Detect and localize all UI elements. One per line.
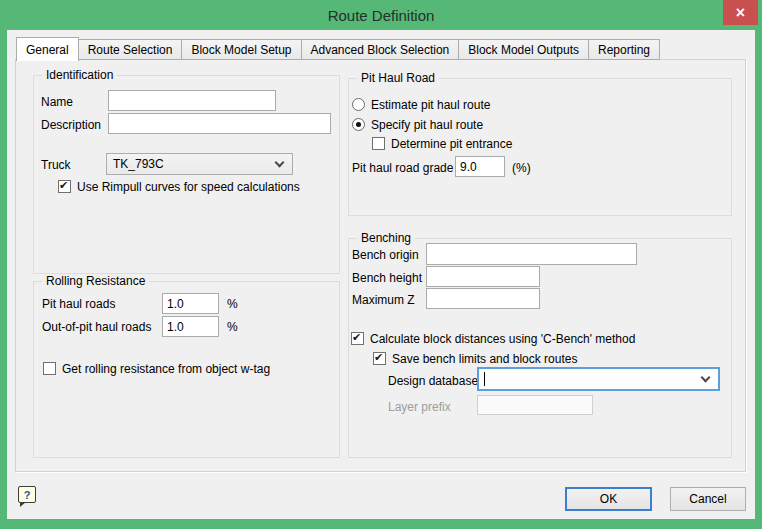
wtag-checkbox[interactable] — [43, 362, 56, 375]
tab-reporting[interactable]: Reporting — [589, 39, 660, 60]
cbench-checkbox[interactable] — [351, 332, 364, 345]
pit-haul-roads-input[interactable] — [162, 293, 219, 314]
estimate-route-radio[interactable] — [352, 98, 365, 111]
tab-block-model-outputs-label: Block Model Outputs — [468, 43, 579, 57]
estimate-route-radio-label[interactable]: Estimate pit haul route — [371, 98, 490, 112]
save-limits-checkbox-label[interactable]: Save bench limits and block routes — [392, 352, 577, 366]
out-of-pit-input[interactable] — [162, 316, 219, 337]
route-definition-dialog: Route Definition × General Route Selecti… — [0, 0, 762, 529]
out-of-pit-label: Out-of-pit haul roads — [42, 320, 151, 334]
pit-haul-road-group-title: Pit Haul Road — [357, 71, 439, 85]
bench-height-label: Bench height — [352, 271, 422, 285]
chevron-down-icon — [702, 374, 710, 382]
close-button[interactable]: × — [723, 0, 758, 25]
cbench-checkbox-label[interactable]: Calculate block distances using 'C-Bench… — [370, 332, 635, 346]
identification-group-title: Identification — [42, 68, 117, 82]
tab-block-model-setup[interactable]: Block Model Setup — [182, 39, 301, 60]
tab-reporting-label: Reporting — [598, 43, 650, 57]
close-icon: × — [736, 4, 745, 22]
tab-general[interactable]: General — [16, 37, 79, 61]
window-title: Route Definition — [328, 7, 435, 24]
maximum-z-input[interactable] — [426, 288, 540, 309]
bench-height-input[interactable] — [426, 266, 540, 287]
design-database-combobox[interactable] — [477, 367, 720, 391]
truck-label: Truck — [41, 158, 71, 172]
grade-input[interactable] — [455, 156, 505, 177]
out-of-pit-unit: % — [227, 320, 238, 334]
tab-block-model-outputs[interactable]: Block Model Outputs — [459, 39, 589, 60]
cancel-button-label: Cancel — [689, 492, 726, 506]
ok-button[interactable]: OK — [565, 487, 652, 511]
tab-block-model-setup-label: Block Model Setup — [191, 43, 291, 57]
wtag-checkbox-label[interactable]: Get rolling resistance from object w-tag — [62, 362, 270, 376]
layer-prefix-input — [477, 395, 593, 415]
description-label: Description — [41, 118, 101, 132]
name-input[interactable] — [108, 90, 276, 111]
help-icon: ? — [24, 489, 31, 501]
maximum-z-label: Maximum Z — [352, 293, 415, 307]
specify-route-radio[interactable] — [352, 118, 365, 131]
save-limits-checkbox[interactable] — [373, 352, 386, 365]
tab-route-selection[interactable]: Route Selection — [79, 39, 183, 60]
text-cursor — [484, 372, 485, 386]
title-bar: Route Definition — [0, 0, 762, 30]
truck-select[interactable]: TK_793C — [106, 153, 293, 175]
description-input[interactable] — [108, 113, 331, 134]
truck-select-value: TK_793C — [113, 157, 164, 171]
pit-haul-roads-label: Pit haul roads — [42, 297, 115, 311]
tab-advanced-block-selection-label: Advanced Block Selection — [311, 43, 450, 57]
specify-route-radio-label[interactable]: Specify pit haul route — [371, 118, 483, 132]
help-button[interactable]: ? — [18, 486, 36, 503]
cancel-button[interactable]: Cancel — [670, 487, 746, 511]
benching-group-title: Benching — [357, 231, 415, 245]
determine-entrance-checkbox-label[interactable]: Determine pit entrance — [391, 137, 512, 151]
bench-origin-label: Bench origin — [352, 248, 419, 262]
grade-label: Pit haul road grade — [352, 161, 453, 175]
bench-origin-input[interactable] — [426, 243, 637, 265]
chevron-down-icon — [276, 159, 284, 167]
name-label: Name — [41, 95, 73, 109]
ok-button-label: OK — [600, 492, 617, 506]
rimpull-checkbox[interactable] — [58, 180, 71, 193]
layer-prefix-label: Layer prefix — [388, 400, 451, 414]
grade-unit: (%) — [512, 161, 531, 175]
pit-haul-roads-unit: % — [227, 297, 238, 311]
rimpull-checkbox-label[interactable]: Use Rimpull curves for speed calculation… — [77, 180, 300, 194]
tab-route-selection-label: Route Selection — [88, 43, 173, 57]
design-database-label: Design database — [388, 374, 478, 388]
tab-general-label: General — [26, 43, 69, 57]
determine-entrance-checkbox[interactable] — [372, 137, 385, 150]
tab-strip: General Route Selection Block Model Setu… — [16, 37, 660, 60]
tab-advanced-block-selection[interactable]: Advanced Block Selection — [302, 39, 460, 60]
rolling-resistance-group-title: Rolling Resistance — [42, 274, 149, 288]
